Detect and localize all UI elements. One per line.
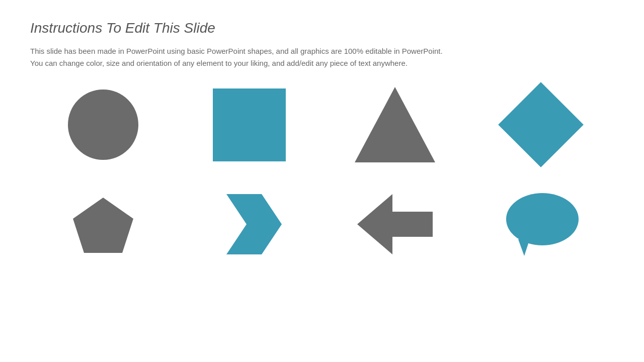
svg-marker-0: [73, 198, 133, 253]
shape-wrapper-bubble: [470, 185, 611, 265]
page-title: Instructions To Edit This Slide: [30, 20, 614, 36]
circle-shape: [68, 89, 138, 160]
shape-wrapper-chevron: [179, 185, 319, 265]
description: This slide has been made in PowerPoint u…: [30, 45, 614, 69]
square-shape: [213, 88, 286, 161]
pentagon-shape: [70, 195, 136, 255]
svg-marker-4: [518, 236, 531, 256]
speech-bubble-shape: [503, 192, 579, 259]
shape-wrapper-arrow: [325, 185, 465, 265]
diamond-shape: [498, 82, 584, 167]
shape-wrapper-diamond: [470, 84, 611, 165]
shapes-container: [30, 84, 614, 265]
slide: Instructions To Edit This Slide This sli…: [0, 0, 644, 362]
shape-wrapper-triangle: [325, 84, 465, 165]
description-line1: This slide has been made in PowerPoint u…: [30, 47, 443, 55]
shapes-row-1: [30, 84, 614, 165]
triangle-shape: [355, 87, 435, 162]
chevron-shape: [216, 194, 282, 256]
shape-wrapper-pentagon: [33, 185, 174, 265]
shape-wrapper-circle: [33, 84, 174, 165]
description-line2: You can change color, size and orientati…: [30, 59, 408, 67]
svg-point-3: [506, 193, 579, 245]
shapes-row-2: [30, 185, 614, 265]
svg-marker-2: [357, 194, 433, 254]
svg-marker-1: [226, 194, 282, 254]
shape-wrapper-square: [179, 84, 319, 165]
arrow-left-shape: [357, 194, 433, 256]
